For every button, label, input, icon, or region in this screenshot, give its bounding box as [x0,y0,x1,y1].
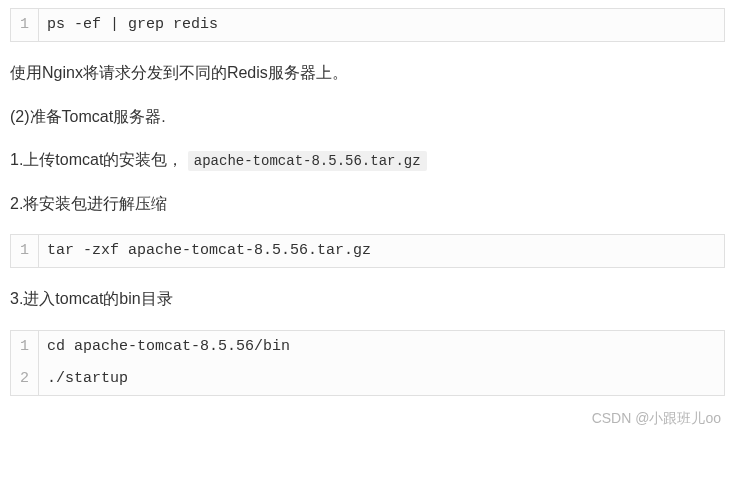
line-number: 2 [11,363,39,395]
inline-code-tarname: apache-tomcat-8.5.56.tar.gz [188,151,427,171]
code-block-1: 1 ps -ef | grep redis [10,8,725,42]
code-text: ./startup [39,363,136,395]
watermark: CSDN @小跟班儿oo [592,410,721,428]
code-row: 1 ps -ef | grep redis [11,9,724,41]
paragraph-upload-package: 1.上传tomcat的安装包， apache-tomcat-8.5.56.tar… [10,147,725,173]
text-upload-prefix: 1.上传tomcat的安装包， [10,151,183,168]
code-text: cd apache-tomcat-8.5.56/bin [39,331,298,363]
code-text: tar -zxf apache-tomcat-8.5.56.tar.gz [39,235,379,267]
code-block-2: 1 tar -zxf apache-tomcat-8.5.56.tar.gz [10,234,725,268]
paragraph-prepare-tomcat: (2)准备Tomcat服务器. [10,104,725,130]
paragraph-extract: 2.将安装包进行解压缩 [10,191,725,217]
paragraph-enter-bin: 3.进入tomcat的bin目录 [10,286,725,312]
code-text: ps -ef | grep redis [39,9,226,41]
line-number: 1 [11,235,39,267]
line-number: 1 [11,9,39,41]
code-row: 1 cd apache-tomcat-8.5.56/bin [11,331,724,363]
line-number: 1 [11,331,39,363]
code-block-3: 1 cd apache-tomcat-8.5.56/bin 2 ./startu… [10,330,725,396]
code-row: 1 tar -zxf apache-tomcat-8.5.56.tar.gz [11,235,724,267]
code-row: 2 ./startup [11,363,724,395]
paragraph-nginx-redis: 使用Nginx将请求分发到不同的Redis服务器上。 [10,60,725,86]
